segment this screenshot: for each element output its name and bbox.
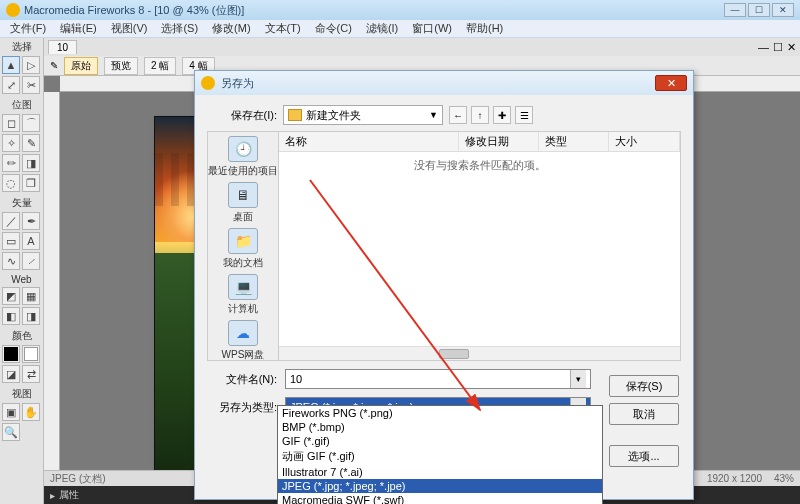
stroke-color[interactable] [2, 345, 20, 363]
view-2up-button[interactable]: 2 幅 [144, 57, 176, 75]
place-computer[interactable]: 💻计算机 [228, 274, 258, 316]
freeform-tool[interactable]: ∿ [2, 252, 20, 270]
menu-file[interactable]: 文件(F) [4, 20, 52, 37]
place-desktop[interactable]: 🖥桌面 [228, 182, 258, 224]
fill-color[interactable] [22, 345, 40, 363]
lasso-tool[interactable]: ⌒ [22, 114, 40, 132]
eraser-tool[interactable]: ◨ [22, 154, 40, 172]
hide-slice-tool[interactable]: ◧ [2, 307, 20, 325]
save-button[interactable]: 保存(S) [609, 375, 679, 397]
show-slice-tool[interactable]: ◨ [22, 307, 40, 325]
save-type-dropdown[interactable]: Fireworks PNG (*.png)BMP (*.bmp)GIF (*.g… [277, 405, 603, 504]
chevron-down-icon: ▼ [429, 110, 438, 120]
cancel-button[interactable]: 取消 [609, 403, 679, 425]
screen-mode-tool[interactable]: ▣ [2, 403, 20, 421]
menu-commands[interactable]: 命令(C) [309, 20, 358, 37]
save-in-label: 保存在(I): [207, 108, 277, 123]
document-tab[interactable]: 10 [48, 40, 77, 54]
zoom-tool[interactable]: 🔍 [2, 423, 20, 441]
menu-text[interactable]: 文本(T) [259, 20, 307, 37]
line-tool[interactable]: ／ [2, 212, 20, 230]
save-in-select[interactable]: 新建文件夹 ▼ [283, 105, 443, 125]
toolgroup-view-label: 视图 [2, 387, 41, 401]
doc-close-icon[interactable]: ✕ [787, 41, 796, 54]
doc-maximize-icon[interactable]: ☐ [773, 41, 783, 54]
nav-back-icon[interactable]: ← [449, 106, 467, 124]
save-type-option[interactable]: BMP (*.bmp) [278, 420, 602, 434]
save-type-option[interactable]: Macromedia SWF (*.swf) [278, 493, 602, 504]
default-colors[interactable]: ◪ [2, 365, 20, 383]
dialog-title: 另存为 [221, 76, 254, 91]
knife-tool[interactable]: ⟋ [22, 252, 40, 270]
maximize-button[interactable]: ☐ [748, 3, 770, 17]
save-type-label: 另存为类型: [207, 400, 277, 415]
file-list[interactable]: 名称 修改日期 类型 大小 没有与搜索条件匹配的项。 [279, 131, 681, 361]
save-type-option[interactable]: GIF (*.gif) [278, 434, 602, 448]
col-type[interactable]: 类型 [539, 132, 609, 151]
options-button[interactable]: 选项... [609, 445, 679, 467]
col-date[interactable]: 修改日期 [459, 132, 539, 151]
document-tabbar: 10 — ☐ ✕ [44, 38, 800, 56]
place-wps[interactable]: ☁WPS网盘 [222, 320, 265, 362]
save-type-option[interactable]: 动画 GIF (*.gif) [278, 448, 602, 465]
minimize-button[interactable]: — [724, 3, 746, 17]
wand-tool[interactable]: ✧ [2, 134, 20, 152]
col-size[interactable]: 大小 [609, 132, 680, 151]
menu-filters[interactable]: 滤镜(I) [360, 20, 404, 37]
place-documents[interactable]: 📁我的文档 [223, 228, 263, 270]
toolgroup-color-label: 颜色 [2, 329, 41, 343]
pencil-tool[interactable]: ✏ [2, 154, 20, 172]
toolgroup-vector-label: 矢量 [2, 196, 41, 210]
pen-tool[interactable]: ✒ [22, 212, 40, 230]
place-recent[interactable]: 🕘最近使用的项目 [208, 136, 278, 178]
menu-help[interactable]: 帮助(H) [460, 20, 509, 37]
filename-value: 10 [290, 373, 302, 385]
save-in-value: 新建文件夹 [306, 108, 361, 123]
dialog-close-button[interactable]: ✕ [655, 75, 687, 91]
menu-view[interactable]: 视图(V) [105, 20, 154, 37]
pointer-tool[interactable]: ▲ [2, 56, 20, 74]
view-menu-icon[interactable]: ☰ [515, 106, 533, 124]
places-sidebar: 🕘最近使用的项目 🖥桌面 📁我的文档 💻计算机 ☁WPS网盘 [207, 131, 279, 361]
status-dimensions: 1920 x 1200 [707, 473, 762, 484]
text-tool[interactable]: A [22, 232, 40, 250]
chevron-down-icon[interactable]: ▾ [570, 370, 586, 388]
app-title: Macromedia Fireworks 8 - [10 @ 43% (位图)] [24, 3, 244, 18]
menu-select[interactable]: 选择(S) [155, 20, 204, 37]
slice-tool[interactable]: ▦ [22, 287, 40, 305]
stamp-tool[interactable]: ❐ [22, 174, 40, 192]
scale-tool[interactable]: ⤢ [2, 76, 20, 94]
file-list-empty: 没有与搜索条件匹配的项。 [279, 152, 680, 346]
blur-tool[interactable]: ◌ [2, 174, 20, 192]
save-as-dialog: 另存为 ✕ 保存在(I): 新建文件夹 ▼ ← ↑ ✚ ☰ 🕘最近使用的项目 🖥… [194, 70, 694, 500]
brush-tool[interactable]: ✎ [22, 134, 40, 152]
view-preview-button[interactable]: 预览 [104, 57, 138, 75]
hotspot-tool[interactable]: ◩ [2, 287, 20, 305]
status-zoom[interactable]: 43% [774, 473, 794, 484]
hand-tool[interactable]: ✋ [22, 403, 40, 421]
file-list-scrollbar[interactable] [279, 346, 680, 360]
save-type-option[interactable]: JPEG (*.jpg; *.jpeg; *.jpe) [278, 479, 602, 493]
marquee-tool[interactable]: ◻ [2, 114, 20, 132]
save-type-option[interactable]: Fireworks PNG (*.png) [278, 406, 602, 420]
view-original-button[interactable]: 原始 [64, 57, 98, 75]
new-folder-icon[interactable]: ✚ [493, 106, 511, 124]
col-name[interactable]: 名称 [279, 132, 459, 151]
app-icon [6, 3, 20, 17]
nav-up-icon[interactable]: ↑ [471, 106, 489, 124]
filename-input[interactable]: 10 ▾ [285, 369, 591, 389]
menu-edit[interactable]: 编辑(E) [54, 20, 103, 37]
toolgroup-bitmap-label: 位图 [2, 98, 41, 112]
menu-modify[interactable]: 修改(M) [206, 20, 257, 37]
menu-window[interactable]: 窗口(W) [406, 20, 458, 37]
close-button[interactable]: ✕ [772, 3, 794, 17]
subselect-tool[interactable]: ▷ [22, 56, 40, 74]
rect-tool[interactable]: ▭ [2, 232, 20, 250]
menubar: 文件(F) 编辑(E) 视图(V) 选择(S) 修改(M) 文本(T) 命令(C… [0, 20, 800, 38]
status-format: JPEG (文档) [50, 472, 106, 486]
expand-icon[interactable]: ▸ [50, 490, 55, 501]
crop-tool[interactable]: ✂ [22, 76, 40, 94]
swap-colors[interactable]: ⇄ [22, 365, 40, 383]
doc-minimize-icon[interactable]: — [758, 41, 769, 54]
save-type-option[interactable]: Illustrator 7 (*.ai) [278, 465, 602, 479]
